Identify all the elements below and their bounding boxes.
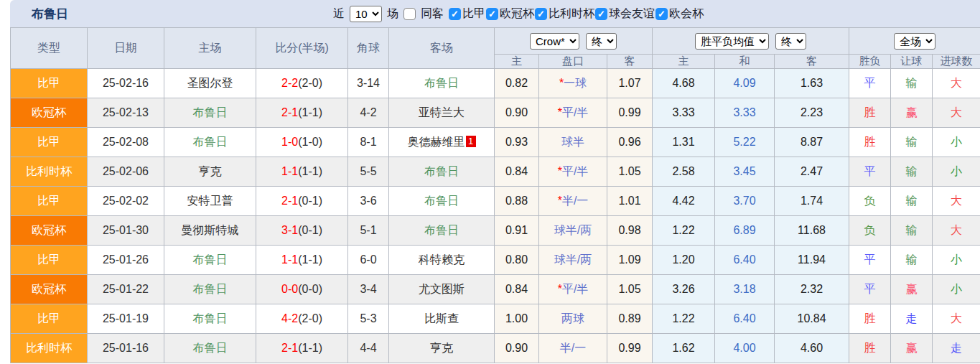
avg-home-cell: 4.42: [653, 187, 715, 216]
col-header-odds-away: 客: [607, 55, 653, 69]
home-team-link[interactable]: 圣图尔登: [187, 77, 233, 89]
home-team-link[interactable]: 布鲁日: [193, 312, 228, 325]
company-state-select[interactable]: 终: [586, 33, 617, 50]
col-header-date: 日期: [88, 28, 164, 69]
away-team-link[interactable]: 奥德赫维里: [408, 136, 465, 148]
league-filter-item: 欧会杯: [655, 6, 704, 22]
type-cell: 比利时杯: [11, 157, 88, 187]
league-filter-label: 欧冠杯: [500, 6, 534, 22]
home-team-link[interactable]: 曼彻斯特城: [182, 224, 239, 236]
corner-cell: 5-3: [348, 304, 389, 334]
table-row: 比利时杯 25-01-16 布鲁日 2-1(1-1) 4-4 亨克 0.90 半…: [11, 334, 980, 363]
home-team-link[interactable]: 布鲁日: [193, 283, 228, 295]
avg-home-cell: 2.58: [653, 157, 715, 187]
home-team-link[interactable]: 安特卫普: [187, 195, 233, 207]
odds-home-cell: 0.93: [495, 128, 539, 157]
home-team-link[interactable]: 布鲁日: [193, 253, 228, 266]
home-team-link[interactable]: 亨克: [199, 165, 222, 177]
away-cell: 布鲁日: [389, 216, 495, 246]
handicap-cell: *平/半: [539, 98, 607, 128]
goals-cell: 小: [933, 275, 980, 304]
outcome-cell: 胜: [849, 128, 891, 157]
fulltime-score: 4-2: [281, 312, 298, 325]
away-cell: 布鲁日: [389, 187, 495, 216]
goals-cell: 小: [933, 246, 980, 275]
away-team-link[interactable]: 布鲁日: [424, 77, 459, 89]
table-row: 比利时杯 25-02-06 亨克 1-1(1-1) 5-5 布鲁日 0.84 *…: [11, 157, 980, 187]
away-team-link[interactable]: 比斯查: [424, 312, 459, 325]
league-filter-item: 球会友谊: [595, 6, 655, 22]
score-cell: 2-1(1-1): [256, 334, 348, 363]
corner-cell: 6-0: [348, 246, 389, 275]
avg-draw-cell: 6.89: [715, 216, 775, 246]
away-team-link[interactable]: 布鲁日: [424, 224, 459, 236]
corner-cell: 5-5: [348, 157, 389, 187]
league-checkbox[interactable]: [449, 8, 461, 20]
away-team-link[interactable]: 科特赖克: [419, 253, 465, 266]
goals-cell: 小: [933, 128, 980, 157]
date-cell: 25-02-08: [88, 128, 164, 157]
odds-home-cell: 0.80: [495, 246, 539, 275]
col-header-avg-home: 主: [653, 55, 715, 69]
date-cell: 25-02-16: [88, 69, 164, 98]
avg-state-select[interactable]: 终: [775, 33, 806, 50]
table-row: 欧冠杯 25-02-13 布鲁日 2-1(1-1) 4-2 亚特兰大 0.90 …: [11, 98, 980, 128]
league-filter-label: 比甲: [462, 6, 485, 22]
away-cell: 布鲁日: [389, 157, 495, 187]
home-team-link[interactable]: 布鲁日: [193, 342, 228, 354]
handicap-cell: 球半/两: [539, 216, 607, 246]
avg-away-cell: 2.47: [775, 157, 849, 187]
away-team-link[interactable]: 布鲁日: [424, 165, 459, 177]
table-row: 比甲 25-02-16 圣图尔登 2-2(2-0) 3-14 布鲁日 0.82 …: [11, 69, 980, 98]
col-header-outcome: 胜负: [849, 55, 891, 69]
handicap-cell: 球半/两: [539, 246, 607, 275]
league-checkbox[interactable]: [595, 8, 607, 20]
odds-home-cell: 0.88: [495, 187, 539, 216]
avg-select[interactable]: 胜平负均值: [695, 33, 769, 50]
matches-label: 场: [387, 6, 398, 22]
same-venue-checkbox[interactable]: [403, 8, 416, 20]
odds-away-cell: 1.05: [607, 275, 653, 304]
away-team-link[interactable]: 亚特兰大: [419, 106, 465, 118]
home-team-link[interactable]: 布鲁日: [193, 136, 228, 148]
table-row: 比甲 25-01-19 布鲁日 4-2(2-0) 5-3 比斯查 1.00 两球…: [11, 304, 980, 334]
league-filter-label: 球会友谊: [609, 6, 655, 22]
handicap-result-cell: 输: [891, 246, 933, 275]
odds-group-header: Crow* 终: [495, 28, 653, 55]
scope-select[interactable]: 全场: [894, 33, 935, 50]
handicap-cell: *半/一: [539, 187, 607, 216]
table-row: 比甲 25-01-26 布鲁日 1-1(1-1) 6-0 科特赖克 0.80 球…: [11, 246, 980, 275]
odds-home-cell: 0.91: [495, 216, 539, 246]
league-checkbox[interactable]: [655, 8, 668, 20]
score-cell: 0-0(0-0): [256, 275, 348, 304]
halftime-score: (1-0): [298, 136, 322, 148]
type-cell: 比甲: [11, 128, 88, 157]
avg-group-header: 胜平负均值 终: [653, 28, 849, 55]
table-row: 比甲 25-02-02 安特卫普 2-1(0-1) 3-6 布鲁日 0.88 *…: [11, 187, 980, 216]
away-team-link[interactable]: 尤文图斯: [419, 283, 465, 295]
odds-home-cell: 1.00: [495, 304, 539, 334]
away-team-link[interactable]: 布鲁日: [424, 195, 459, 207]
halftime-score: (1-1): [298, 342, 322, 354]
odds-away-cell: 0.89: [607, 304, 653, 334]
corner-cell: 4-2: [348, 98, 389, 128]
league-checkbox[interactable]: [535, 8, 547, 20]
fulltime-score: 2-1: [281, 106, 298, 118]
outcome-cell: 胜: [849, 98, 891, 128]
league-checkbox[interactable]: [486, 8, 498, 20]
avg-home-cell: 4.68: [653, 69, 715, 98]
halftime-score: (0-1): [298, 195, 322, 207]
col-header-goals: 进球数: [933, 55, 980, 69]
recent-count-select[interactable]: 10: [350, 6, 382, 22]
col-header-corner: 角球: [348, 28, 389, 69]
avg-away-cell: 1.63: [775, 69, 849, 98]
away-cell: 比斯查: [389, 304, 495, 334]
corner-cell: 5-1: [348, 216, 389, 246]
company-select[interactable]: Crow*: [530, 33, 579, 50]
top-bar: 布鲁日 近 10 场 同客 比甲 欧冠杯 比利时杯 球会友谊 欧会杯: [10, 0, 980, 27]
date-cell: 25-01-19: [88, 304, 164, 334]
away-team-link[interactable]: 亨克: [430, 342, 453, 354]
handicap-result-cell: 走: [891, 304, 933, 334]
col-header-odds-home: 主: [495, 55, 539, 69]
home-team-link[interactable]: 布鲁日: [193, 106, 228, 118]
